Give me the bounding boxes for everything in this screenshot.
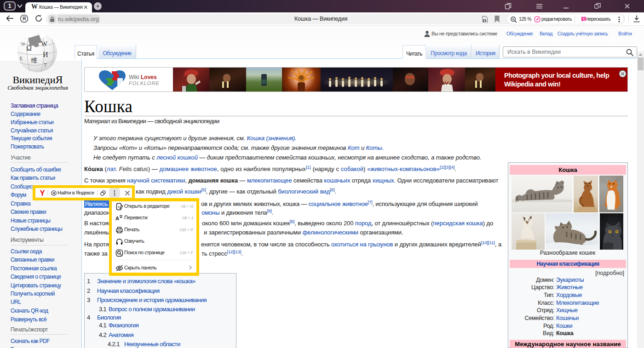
svg-text:维: 维 [31, 57, 37, 64]
svg-text:Ω: Ω [26, 44, 32, 52]
svg-text:ع: ع [20, 55, 23, 60]
svg-text:Я: Я [23, 16, 26, 21]
svg-text:1: 1 [483, 19, 486, 23]
svg-text:«: « [583, 17, 585, 20]
svg-text:Я: Я [52, 191, 55, 195]
svg-text:A: A [115, 216, 119, 221]
svg-text:W: W [41, 40, 48, 47]
svg-text:7: 7 [44, 62, 47, 68]
svg-text:И: И [43, 51, 48, 58]
